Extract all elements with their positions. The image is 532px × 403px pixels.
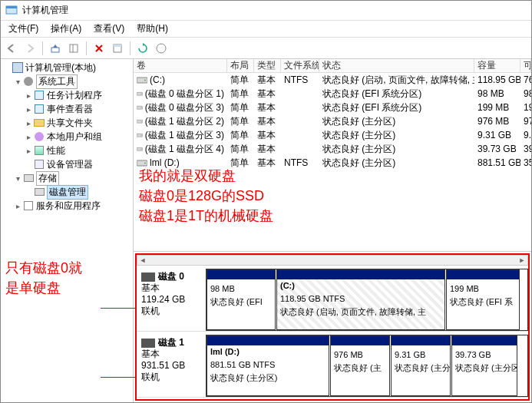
app-icon	[5, 5, 18, 17]
tree-performance[interactable]: ▸性能	[24, 144, 133, 157]
svg-point-11	[140, 94, 141, 94]
partition[interactable]: 199 MB状态良好 (EFI 系	[446, 269, 520, 330]
scroll-left-icon[interactable]: ◄	[137, 256, 148, 264]
window-frame: 计算机管理 文件(F) 操作(A) 查看(V) 帮助(H) 计算机管理(本地)	[0, 0, 532, 403]
properties-button[interactable]	[110, 41, 125, 56]
col-volume[interactable]: 卷	[134, 59, 227, 72]
table-header: 卷 布局 类型 文件系统 状态 容量 可	[134, 59, 531, 73]
tree-system-tools[interactable]: ▾系统工具	[13, 74, 133, 88]
tree-device-manager[interactable]: 设备管理器	[24, 157, 133, 171]
main-panel: 卷 布局 类型 文件系统 状态 容量 可 (C:)简单基本NTFS状态良好 (启…	[134, 59, 531, 402]
back-button[interactable]	[4, 41, 19, 56]
tree-event-viewer[interactable]: ▸事件查看器	[24, 102, 133, 116]
svg-point-9	[144, 80, 146, 81]
delete-button[interactable]	[91, 41, 107, 56]
partition[interactable]: 976 MB状态良好 (主	[330, 335, 390, 396]
col-capacity[interactable]: 容量	[474, 59, 520, 72]
table-row[interactable]: (磁盘 1 磁盘分区 3)简单基本状态良好 (主分区)9.31 GB9.3	[134, 128, 531, 142]
refresh-button[interactable]	[135, 41, 150, 56]
drive-icon	[137, 144, 143, 154]
disk-block[interactable]: 磁盘 0基本119.24 GB联机98 MB状态良好 (EFI(C:)118.9…	[137, 269, 528, 332]
tree-storage[interactable]: ▾存储	[13, 171, 133, 185]
annotation-left: 只有磁盘0就 是单硬盘	[5, 258, 82, 298]
scroll-right-icon[interactable]: ►	[517, 256, 527, 264]
table-row[interactable]: (磁盘 1 磁盘分区 2)简单基本状态良好 (主分区)976 MB97	[134, 114, 531, 128]
nav-tree[interactable]: 计算机管理(本地) ▾系统工具 ▸任务计划程序 ▸事件查看器 ▸共享文件夹 ▸本…	[1, 59, 134, 402]
table-row[interactable]: (磁盘 0 磁盘分区 1)简单基本状态良好 (EFI 系统分区)98 MB98	[134, 87, 531, 101]
disk-block[interactable]: 磁盘 1基本931.51 GB联机lml (D:)881.51 GB NTFS状…	[137, 335, 528, 398]
annotation-main: 我的就是双硬盘 磁盘0是128G的SSD 磁盘1是1T的机械硬盘	[139, 166, 273, 226]
disk-icon	[141, 339, 155, 348]
col-layout[interactable]: 布局	[227, 59, 254, 72]
col-status[interactable]: 状态	[319, 59, 474, 72]
svg-point-21	[144, 163, 146, 164]
svg-point-13	[140, 107, 141, 108]
disk-partitions: lml (D:)881.51 GB NTFS状态良好 (主分区)976 MB状态…	[206, 335, 528, 397]
svg-rect-2	[51, 48, 59, 52]
partition[interactable]: 9.31 GB状态良好 (主分	[391, 335, 451, 396]
help-button[interactable]	[154, 41, 169, 56]
partition[interactable]: (C:)118.95 GB NTFS状态良好 (启动, 页面文件, 故障转储, …	[276, 269, 445, 330]
drive-icon	[137, 117, 143, 126]
partition[interactable]: 39.73 GB状态良好 (主分区)	[451, 335, 517, 396]
menu-file[interactable]: 文件(F)	[4, 21, 43, 37]
tree-services[interactable]: ▸服务和应用程序	[13, 199, 133, 213]
disk-partitions: 98 MB状态良好 (EFI(C:)118.95 GB NTFS状态良好 (启动…	[206, 269, 528, 331]
body: 计算机管理(本地) ▾系统工具 ▸任务计划程序 ▸事件查看器 ▸共享文件夹 ▸本…	[1, 59, 531, 402]
tree-root[interactable]: 计算机管理(本地)	[2, 61, 133, 74]
disk-hscroll[interactable]: ◄►	[137, 255, 528, 266]
table-row[interactable]: (磁盘 0 磁盘分区 3)简单基本状态良好 (EFI 系统分区)199 MB19	[134, 101, 531, 114]
table-row[interactable]: (磁盘 1 磁盘分区 4)简单基本状态良好 (主分区)39.73 GB39	[134, 142, 531, 156]
tree-local-users[interactable]: ▸本地用户和组	[24, 130, 133, 144]
partition[interactable]: 98 MB状态良好 (EFI	[207, 269, 276, 330]
svg-point-17	[140, 135, 141, 136]
titlebar: 计算机管理	[1, 1, 531, 21]
col-filesystem[interactable]: 文件系统	[281, 59, 319, 72]
window-title: 计算机管理	[22, 4, 68, 17]
svg-point-19	[140, 149, 141, 150]
tree-task-scheduler[interactable]: ▸任务计划程序	[24, 88, 133, 102]
svg-rect-6	[114, 45, 121, 47]
tree-shared-folders[interactable]: ▸共享文件夹	[24, 116, 133, 130]
drive-icon	[137, 75, 147, 84]
up-button[interactable]	[48, 41, 63, 56]
show-hide-button[interactable]	[66, 41, 81, 56]
annotation-arrow-1	[101, 308, 135, 309]
forward-button[interactable]	[22, 41, 38, 56]
drive-icon	[137, 103, 143, 112]
menu-view[interactable]: 查看(V)	[89, 21, 129, 37]
col-type[interactable]: 类型	[254, 59, 281, 72]
svg-point-7	[157, 44, 166, 53]
disk-info: 磁盘 1基本931.51 GB联机	[137, 335, 206, 397]
menu-action[interactable]: 操作(A)	[46, 21, 86, 37]
svg-rect-3	[70, 45, 78, 52]
partition[interactable]: lml (D:)881.51 GB NTFS状态良好 (主分区)	[207, 335, 329, 396]
disk-graphical-area: ◄► 磁盘 0基本119.24 GB联机98 MB状态良好 (EFI(C:)11…	[135, 253, 530, 401]
menubar: 文件(F) 操作(A) 查看(V) 帮助(H)	[1, 21, 531, 38]
disk-info: 磁盘 0基本119.24 GB联机	[137, 269, 206, 331]
svg-rect-1	[6, 6, 17, 8]
drive-icon	[137, 130, 143, 140]
toolbar	[1, 38, 531, 59]
menu-help[interactable]: 帮助(H)	[132, 21, 173, 37]
col-rest[interactable]: 可	[520, 59, 531, 72]
disk-icon	[141, 273, 155, 282]
tree-disk-management[interactable]: 磁盘管理	[24, 185, 133, 199]
svg-point-15	[140, 121, 141, 122]
drive-icon	[137, 89, 143, 98]
table-row[interactable]: (C:)简单基本NTFS状态良好 (启动, 页面文件, 故障转储, 主分区)11…	[134, 73, 531, 87]
annotation-arrow-2	[101, 377, 135, 378]
